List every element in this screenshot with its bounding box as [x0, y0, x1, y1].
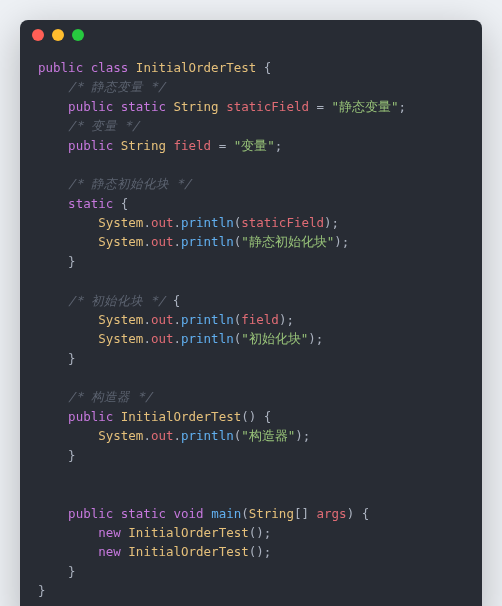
function: println	[181, 312, 234, 327]
identifier: out	[151, 234, 174, 249]
string: "变量"	[234, 138, 275, 153]
keyword: new	[98, 544, 121, 559]
identifier: field	[241, 312, 279, 327]
close-icon[interactable]	[32, 29, 44, 41]
constructor: InitialOrderTest	[121, 409, 241, 424]
keyword: public	[68, 138, 113, 153]
keyword: static	[68, 196, 113, 211]
class-name: InitialOrderTest	[128, 544, 248, 559]
titlebar	[20, 20, 482, 50]
comment: /* 静态变量 */	[68, 79, 165, 94]
keyword: public	[68, 409, 113, 424]
identifier: staticField	[226, 99, 309, 114]
type: System	[98, 312, 143, 327]
string: "构造器"	[241, 428, 295, 443]
type: String	[173, 99, 218, 114]
type: String	[249, 506, 294, 521]
keyword: void	[173, 506, 203, 521]
identifier: args	[317, 506, 347, 521]
keyword: class	[91, 60, 129, 75]
string: "初始化块"	[241, 331, 308, 346]
keyword: static	[121, 99, 166, 114]
string: "静态变量"	[332, 99, 399, 114]
type: System	[98, 215, 143, 230]
identifier: staticField	[241, 215, 324, 230]
function: println	[181, 331, 234, 346]
identifier: out	[151, 331, 174, 346]
identifier: out	[151, 428, 174, 443]
class-name: InitialOrderTest	[136, 60, 256, 75]
identifier: field	[173, 138, 211, 153]
class-name: InitialOrderTest	[128, 525, 248, 540]
function: main	[211, 506, 241, 521]
comment: /* 变量 */	[68, 118, 139, 133]
brackets: []	[294, 506, 309, 521]
comment: /* 静态初始化块 */	[68, 176, 191, 191]
identifier: out	[151, 215, 174, 230]
keyword: public	[68, 506, 113, 521]
minimize-icon[interactable]	[52, 29, 64, 41]
function: println	[181, 428, 234, 443]
maximize-icon[interactable]	[72, 29, 84, 41]
keyword: new	[98, 525, 121, 540]
type: System	[98, 234, 143, 249]
keyword: public	[38, 60, 83, 75]
type: System	[98, 428, 143, 443]
function: println	[181, 234, 234, 249]
string: "静态初始化块"	[241, 234, 334, 249]
code-block: public class InitialOrderTest { /* 静态变量 …	[20, 50, 482, 606]
function: println	[181, 215, 234, 230]
type: System	[98, 331, 143, 346]
type: String	[121, 138, 166, 153]
comment: /* 初始化块 */	[68, 293, 165, 308]
identifier: out	[151, 312, 174, 327]
keyword: public	[68, 99, 113, 114]
code-window: public class InitialOrderTest { /* 静态变量 …	[20, 20, 482, 606]
comment: /* 构造器 */	[68, 389, 152, 404]
keyword: static	[121, 506, 166, 521]
